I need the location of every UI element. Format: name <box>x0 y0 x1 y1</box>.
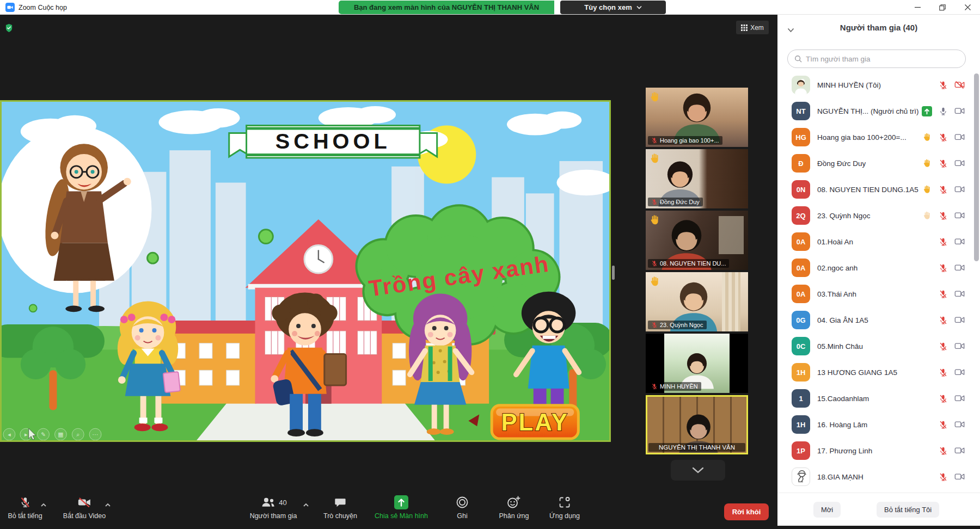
participant-row[interactable]: 0A03.Thái Anh <box>777 281 972 307</box>
participant-status-icons <box>922 132 965 142</box>
thumbnail-name-label: 08. NGUYEN TIEN DU... <box>648 259 729 268</box>
shared-screen-slide: SCHOOL Trồng cây xanh <box>0 100 611 442</box>
view-options-button[interactable]: Tùy chọn xem <box>560 1 666 14</box>
window-title: Zoom Cuộc họp <box>19 4 67 11</box>
camera-icon <box>954 472 965 481</box>
avatar: 0A <box>792 259 810 277</box>
video-thumbnail[interactable]: Đồng Đức Duy <box>646 149 748 208</box>
slide-scrollbar-handle[interactable] <box>612 266 615 280</box>
participant-status-icons <box>939 446 965 456</box>
record-button[interactable]: Ghi <box>456 494 469 520</box>
thumbnail-name-label: Hoang gia bao 100+... <box>648 136 722 145</box>
participant-name: 05.Minh Châu <box>817 342 863 350</box>
participant-row[interactable]: 0A01.Hoài An <box>777 229 972 255</box>
participant-name: 08. NGUYEN TIEN DUNG.1A5 <box>817 186 918 194</box>
participant-status-icons <box>922 211 965 220</box>
mic-muted-icon <box>939 237 948 247</box>
participant-row[interactable]: 0N08. NGUYEN TIEN DUNG.1A5 <box>777 176 972 202</box>
svg-text:⌕: ⌕ <box>76 431 79 438</box>
leave-meeting-button[interactable]: Rời khỏi <box>724 503 769 520</box>
participant-row[interactable]: NTNGUYỄN THỊ... (Người chủ trì) <box>777 98 972 124</box>
participant-row[interactable]: ĐĐồng Đức Duy <box>777 150 972 176</box>
participant-status-icons <box>939 420 965 429</box>
video-thumbnail[interactable]: MINH HUYỀN <box>646 334 748 393</box>
participant-row[interactable]: 0A02.ngoc anh <box>777 255 972 281</box>
close-button[interactable] <box>955 0 980 15</box>
meeting-toolbar: Bỏ tắt tiếng Bắt đầu Video 40 Người tham… <box>0 489 777 529</box>
participant-name: 16. Hoàng Lâm <box>817 421 867 429</box>
security-shield-icon[interactable] <box>5 23 13 35</box>
unmute-me-button[interactable]: Bỏ tắt tiếng Tôi <box>877 502 939 518</box>
participants-icon <box>260 496 276 508</box>
participant-name: 17. Phương Linh <box>817 447 872 455</box>
zoom-app-icon <box>5 3 15 12</box>
video-thumbnail[interactable]: 08. NGUYEN TIEN DU... <box>646 211 748 270</box>
share-screen-button[interactable]: Chia sẻ Màn hình <box>375 494 428 520</box>
raised-hand-icon <box>649 91 661 103</box>
video-options-caret[interactable] <box>105 500 111 509</box>
invite-button[interactable]: Mời <box>813 502 841 518</box>
participant-row[interactable]: 1H16. Hoàng Lâm <box>777 411 972 438</box>
mic-muted-icon <box>8 494 42 510</box>
participants-button[interactable]: 40 Người tham gia <box>250 494 297 520</box>
record-icon <box>456 494 469 510</box>
mic-muted-icon <box>939 446 948 456</box>
camera-icon <box>954 133 965 142</box>
raised-hand-icon <box>922 184 932 194</box>
avatar: 1 <box>792 389 810 408</box>
video-thumbnail[interactable]: NGUYỄN THỊ THANH VÂN <box>646 395 748 454</box>
reactions-button[interactable]: Phản ứng <box>499 494 529 520</box>
search-icon <box>794 55 802 63</box>
avatar: 1H <box>792 415 810 434</box>
mute-button[interactable]: Bỏ tắt tiếng <box>8 494 42 520</box>
video-thumbnail[interactable]: 23. Quỳnh Ngọc <box>646 272 748 331</box>
participant-name: Đồng Đức Duy <box>817 159 866 168</box>
chat-button[interactable]: Trò chuyện <box>323 494 357 520</box>
participant-status-icons <box>922 184 965 194</box>
video-thumbnail[interactable]: Hoang gia bao 100+... <box>646 88 748 147</box>
participants-options-caret[interactable] <box>303 500 309 509</box>
view-mode-button[interactable]: Xem <box>736 21 769 34</box>
restore-button[interactable] <box>930 0 955 15</box>
participant-row[interactable]: 0G04. Gia ÂN 1A5 <box>777 307 972 333</box>
window-bottom-edge <box>777 526 980 529</box>
avatar: NT <box>792 102 810 120</box>
mic-muted-icon <box>939 159 948 168</box>
participant-row[interactable]: 1H13 HƯƠNG GIANG 1A5 <box>777 359 972 385</box>
participant-row[interactable]: 18.GIA MẠNH <box>777 464 972 490</box>
avatar: Đ <box>792 154 810 173</box>
camera-icon <box>954 446 965 455</box>
minimize-button[interactable] <box>905 0 930 15</box>
school-banner: SCHOOL <box>229 126 437 158</box>
raised-hand-icon <box>649 152 661 164</box>
mic-muted-icon <box>651 260 658 267</box>
participant-status-icons <box>939 394 965 403</box>
apps-button[interactable]: Ứng dụng <box>549 494 580 520</box>
start-video-button[interactable]: Bắt đầu Video <box>63 494 106 520</box>
avatar: 0N <box>792 180 810 199</box>
participants-list: MINH HUYỀN (Tôi)NTNGUYỄN THỊ... (Người c… <box>777 72 972 490</box>
camera-icon <box>954 159 965 168</box>
participant-row[interactable]: 115.Caodanhlam <box>777 385 972 411</box>
participant-status-icons <box>939 368 965 377</box>
participant-row[interactable]: 2Q23. Quỳnh Ngọc <box>777 202 972 229</box>
participant-row[interactable]: HGHoang gia bao 100+200=... <box>777 124 972 150</box>
panel-scrollbar-thumb[interactable] <box>974 73 979 261</box>
svg-text:SCHOOL: SCHOOL <box>275 129 391 153</box>
thumbnails-collapse-button[interactable] <box>671 460 725 481</box>
chevron-down-icon <box>636 5 642 9</box>
participant-name: 02.ngoc anh <box>817 264 857 272</box>
participant-row[interactable]: MINH HUYỀN (Tôi) <box>777 72 972 98</box>
participant-name: 15.Caodanhlam <box>817 395 869 403</box>
drawing-avatar <box>792 468 810 485</box>
participant-name: NGUYỄN THỊ... (Người chủ trì) <box>817 107 918 115</box>
search-input[interactable] <box>806 55 959 63</box>
avatar: 0A <box>792 285 810 303</box>
zoom-window: Zoom Cuộc họp Bạn đang xem màn hình của … <box>0 0 980 529</box>
participant-row[interactable]: 0C05.Minh Châu <box>777 333 972 359</box>
participant-row[interactable]: 1P17. Phương Linh <box>777 438 972 464</box>
mic-muted-icon <box>939 290 948 299</box>
grid-icon <box>741 24 748 31</box>
mute-options-caret[interactable] <box>40 500 47 509</box>
avatar: 1H <box>792 363 810 382</box>
